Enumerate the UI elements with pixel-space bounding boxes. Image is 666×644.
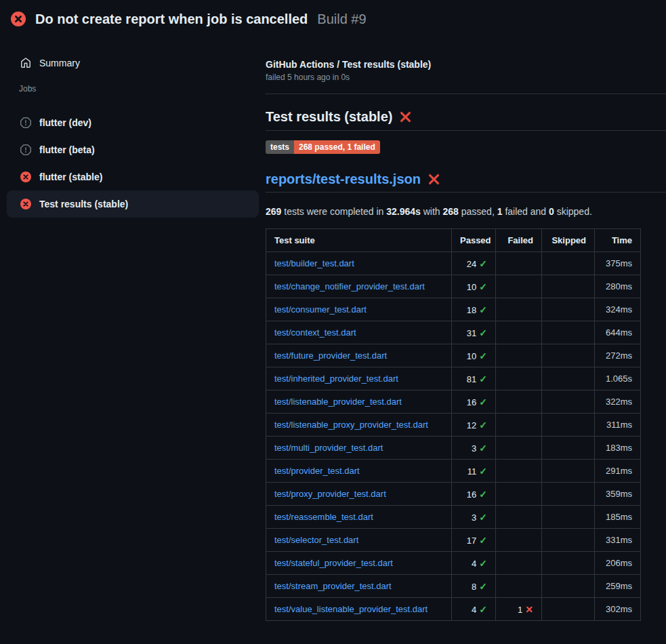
main-content: GitHub Actions / Test results (stable) f… xyxy=(266,38,666,621)
check-run-header: Do not create report when job is cancell… xyxy=(0,0,666,38)
suite-cell: test/value_listenable_provider_test.dart xyxy=(266,598,452,621)
time-cell: 1.065s xyxy=(595,367,641,390)
summary-text: with xyxy=(421,206,443,217)
sidebar-item-job-1[interactable]: flutter (beta) xyxy=(7,136,259,163)
suite-link[interactable]: test/consumer_test.dart xyxy=(274,304,367,315)
failed-cell xyxy=(496,344,542,367)
failed-cross-icon xyxy=(399,110,412,123)
column-header-time: Time xyxy=(595,229,641,252)
summary-text: tests were completed in xyxy=(281,206,386,217)
suite-cell: test/stream_provider_test.dart xyxy=(266,575,452,598)
check-icon: ✓ xyxy=(479,558,487,569)
suite-link[interactable]: test/change_notifier_provider_test.dart xyxy=(274,281,425,291)
table-row: test/listenable_proxy_provider_test.dart… xyxy=(266,414,641,437)
passed-cell: 11✓ xyxy=(452,460,496,483)
skipped-cell xyxy=(542,598,595,621)
failed-cell xyxy=(496,506,542,529)
suite-link[interactable]: test/context_test.dart xyxy=(274,327,356,338)
jobs-sidebar: Summary Jobs flutter (dev)flutter (beta)… xyxy=(0,38,266,218)
passed-count: 18 xyxy=(467,305,476,315)
passed-cell: 24✓ xyxy=(452,252,496,275)
check-icon: ✓ xyxy=(479,535,487,546)
summary-text: skipped. xyxy=(554,206,592,217)
sidebar-item-job-0[interactable]: flutter (dev) xyxy=(7,109,259,136)
skipped-cell xyxy=(542,552,595,575)
status-line: failed 5 hours ago in 0s xyxy=(266,73,666,82)
table-row: test/context_test.dart31✓644ms xyxy=(266,321,641,344)
test-results-table: Test suitePassedFailedSkippedTime test/b… xyxy=(266,228,641,621)
failed-cell xyxy=(496,298,542,321)
table-row: test/future_provider_test.dart10✓272ms xyxy=(266,344,641,367)
table-row: test/reassemble_test.dart3✓185ms xyxy=(266,506,641,529)
suite-link[interactable]: test/stream_provider_test.dart xyxy=(274,581,392,591)
suite-link[interactable]: test/builder_test.dart xyxy=(274,258,354,268)
suite-link[interactable]: test/stateful_provider_test.dart xyxy=(274,558,393,568)
suite-link[interactable]: test/selector_test.dart xyxy=(274,535,358,545)
sidebar-item-job-2[interactable]: flutter (stable) xyxy=(7,163,259,190)
summary-number: 268 xyxy=(443,206,459,217)
report-file-link[interactable]: reports/test-results.json xyxy=(266,172,421,187)
suite-cell: test/change_notifier_provider_test.dart xyxy=(266,275,452,298)
sidebar-summary-label: Summary xyxy=(39,58,80,68)
failed-cross-icon xyxy=(428,173,440,186)
table-row: test/inherited_provider_test.dart81✓1.06… xyxy=(266,367,641,390)
passed-cell: 12✓ xyxy=(452,414,496,437)
x-circle-icon xyxy=(20,199,31,209)
home-icon xyxy=(20,58,31,68)
failed-cell xyxy=(496,575,542,598)
skipped-cell xyxy=(542,506,595,529)
suite-link[interactable]: test/listenable_provider_test.dart xyxy=(274,397,402,407)
suite-cell: test/stateful_provider_test.dart xyxy=(266,552,452,575)
column-header-test-suite: Test suite xyxy=(266,229,452,252)
suite-link[interactable]: test/future_provider_test.dart xyxy=(274,350,387,361)
failed-cell xyxy=(496,483,542,506)
suite-link[interactable]: test/inherited_provider_test.dart xyxy=(274,374,398,384)
section-title-text: Test results (stable) xyxy=(266,109,392,125)
passed-cell: 3✓ xyxy=(452,506,496,529)
suite-cell: test/selector_test.dart xyxy=(266,529,452,552)
skipped-cell xyxy=(542,390,595,414)
table-row: test/consumer_test.dart18✓324ms xyxy=(266,298,641,321)
table-row: test/multi_provider_test.dart3✓183ms xyxy=(266,437,641,460)
skipped-cell xyxy=(542,252,595,275)
suite-cell: test/proxy_provider_test.dart xyxy=(266,483,452,506)
skipped-cell xyxy=(542,275,595,298)
table-row: test/selector_test.dart17✓331ms xyxy=(266,529,641,552)
header-divider xyxy=(266,94,666,94)
failed-cell xyxy=(496,321,542,344)
failed-cell xyxy=(496,552,542,575)
x-circle-icon xyxy=(20,172,31,182)
check-icon: ✓ xyxy=(479,397,487,407)
passed-count: 24 xyxy=(467,259,476,269)
time-cell: 375ms xyxy=(595,252,641,275)
passed-cell: 3✓ xyxy=(452,437,496,460)
jobs-section-label: Jobs xyxy=(19,82,266,96)
suite-link[interactable]: test/proxy_provider_test.dart xyxy=(274,489,386,499)
passed-count: 10 xyxy=(467,351,476,361)
suite-link[interactable]: test/listenable_proxy_provider_test.dart xyxy=(274,420,428,430)
table-row: test/change_notifier_provider_test.dart1… xyxy=(266,275,641,298)
check-icon: ✓ xyxy=(479,350,487,361)
skipped-cell xyxy=(542,414,595,437)
check-icon: ✓ xyxy=(479,466,487,477)
passed-cell: 4✓ xyxy=(452,552,496,575)
skipped-cell xyxy=(542,437,595,460)
column-header-failed: Failed xyxy=(496,229,542,252)
passed-cell: 31✓ xyxy=(452,321,496,344)
suite-link[interactable]: test/value_listenable_provider_test.dart xyxy=(274,604,428,614)
suite-link[interactable]: test/multi_provider_test.dart xyxy=(274,443,383,453)
table-row: test/provider_test.dart11✓291ms xyxy=(266,460,641,483)
check-icon: ✓ xyxy=(479,489,487,500)
test-summary-sentence: 269 tests were completed in 32.964s with… xyxy=(266,206,666,217)
suite-cell: test/context_test.dart xyxy=(266,321,452,344)
suite-link[interactable]: test/provider_test.dart xyxy=(274,466,360,476)
badge-label: tests xyxy=(266,140,294,154)
failed-cell xyxy=(496,529,542,552)
sidebar-item-job-3[interactable]: Test results (stable) xyxy=(7,190,259,218)
failed-cell xyxy=(496,275,542,298)
suite-link[interactable]: test/reassemble_test.dart xyxy=(274,512,373,522)
passed-count: 4 xyxy=(472,605,476,615)
check-icon: ✓ xyxy=(479,604,487,615)
failed-cell xyxy=(496,460,542,483)
sidebar-item-summary[interactable]: Summary xyxy=(7,49,259,77)
